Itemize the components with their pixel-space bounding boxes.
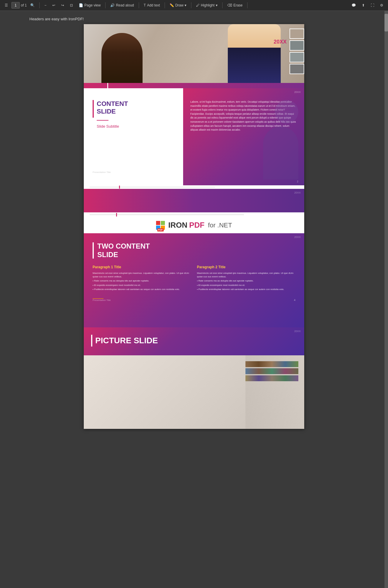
page-info: of 1 xyxy=(11,2,27,9)
slide-cover-year: 20XX xyxy=(274,39,287,45)
slide4-header: TWO CONTENT SLIDE xyxy=(93,242,295,259)
picture-slide-image xyxy=(84,355,304,429)
cover-person-right xyxy=(228,24,281,83)
slide4-pres-title: Presentation Title xyxy=(93,298,111,302)
people-group xyxy=(135,361,253,429)
photo-thumb-3 xyxy=(290,52,304,62)
slide-cover: 20XX xyxy=(84,24,304,88)
slide5-year: 20XX xyxy=(294,330,301,333)
sq-green xyxy=(161,221,165,225)
slide5-accent-bar xyxy=(91,335,92,347)
draw-button[interactable]: ✏️ Draw ▾ xyxy=(167,2,189,9)
book-row-3 xyxy=(245,375,298,381)
slide4-col1-bullet3: • Puditecte enimilluptae laboren odi san… xyxy=(93,287,191,291)
pdf-viewer: Headers are easy with IronPDF! xyxy=(0,11,388,435)
slide4-col2-bullets: • Rate conseris ma as dolupta idis aut a… xyxy=(197,279,295,291)
slide3-bottom xyxy=(84,212,304,217)
separator-5 xyxy=(191,2,191,8)
slide4-col2-bullet3: • Puditecte enimilluptae laboren odi san… xyxy=(197,287,295,291)
add-text-icon: T xyxy=(144,3,146,7)
slide4-col2-text: Maximincto od essi sime voluptati ipis m… xyxy=(197,271,295,279)
scrollbar-thumb[interactable] xyxy=(384,14,388,31)
slide4-year: 20XX xyxy=(294,236,301,239)
separator-4 xyxy=(165,2,165,8)
photo-thumb-1 xyxy=(290,29,304,39)
draw-icon: ✏️ xyxy=(170,3,174,7)
ironpdf-icon-wrapper: PDF xyxy=(156,221,165,230)
comment-icon: 💬 xyxy=(352,3,356,7)
fullscreen-button[interactable]: ⛶ xyxy=(368,2,377,9)
slide-content-page-num: 2 xyxy=(297,180,298,183)
photo-strip xyxy=(290,29,304,74)
slide2-footer-marker xyxy=(119,186,120,189)
for-net-text: for .NET xyxy=(208,221,232,229)
forward-icon: ↪ xyxy=(61,3,64,7)
page-view-button[interactable]: 📄 Page view xyxy=(76,2,103,9)
content-divider xyxy=(97,120,108,121)
slide-content-year: 20XX xyxy=(294,91,301,94)
scrollbar[interactable] xyxy=(384,11,388,588)
slide4-col1-bullet1: • Rate conseris ma as dolupta idis aut a… xyxy=(93,279,191,283)
separator-2 xyxy=(105,2,106,8)
slide-two-content: 20XX TWO CONTENT SLIDE Paragraph 1 Title… xyxy=(84,233,304,327)
slide-cover-bar xyxy=(84,83,304,88)
total-pages-label: of 1 xyxy=(21,3,27,7)
slide2-footer xyxy=(84,185,304,189)
slide-cover-bar-marker xyxy=(107,83,108,88)
read-aloud-button[interactable]: 🔊 Read aloud xyxy=(108,2,136,9)
zoom-out-icon: − xyxy=(44,3,46,7)
slide3-bottom-bar xyxy=(90,214,244,215)
slide4-col2-bullet2: • Et expedis eossimpere mod mostinihil m… xyxy=(197,283,295,287)
slide4-col1-title: Paragraph 1 Title xyxy=(93,265,191,269)
books xyxy=(245,361,298,381)
slide5-header: PICTURE SLIDE xyxy=(91,335,297,347)
slide4-pres-title-text: Presentation Title xyxy=(93,299,111,302)
fit-width-button[interactable]: ⊡ xyxy=(68,2,75,9)
pdf-label: PDF xyxy=(157,228,164,231)
content-slide-subtitle: Slide Subtitle xyxy=(97,124,174,129)
pdf-pages: 20XX CONTENT SLIDE Slide Subtitle Pres xyxy=(84,24,304,429)
slide4-col1: Paragraph 1 Title Maximincto od essi sim… xyxy=(93,265,191,292)
highlight-icon: 🖊 xyxy=(196,3,200,7)
search-icon: 🔍 xyxy=(30,3,35,7)
add-text-button[interactable]: T Add text xyxy=(141,2,162,9)
slide2-footer-bar xyxy=(90,187,215,187)
slide4-title-group: TWO CONTENT SLIDE xyxy=(97,242,150,259)
highlight-button[interactable]: 🖊 Highlight ▾ xyxy=(194,2,220,9)
slide-pres-title-left: Presentation Title xyxy=(93,171,174,174)
ironpdf-logo: PDF IRONPDF for .NET xyxy=(156,221,232,230)
slide4-footer: Presentation Title 4 xyxy=(93,296,295,302)
separator-3 xyxy=(139,2,139,8)
pdf-text: PDF xyxy=(189,221,205,230)
slide4-col2-title: Paragraph 2 Title xyxy=(197,265,295,269)
iron-text: IRON xyxy=(168,221,188,230)
forward-button[interactable]: ↪ xyxy=(59,2,66,9)
comment-button[interactable]: 💬 xyxy=(349,2,358,9)
search-button[interactable]: 🔍 xyxy=(28,2,37,9)
erase-icon: ⌫ xyxy=(227,3,232,7)
slide4-col1-bullets: • Rate conseris ma as dolupta idis aut a… xyxy=(93,279,191,291)
separator-1 xyxy=(39,2,40,8)
cover-person-body xyxy=(228,48,281,83)
content-title-line1: CONTENT xyxy=(97,100,128,108)
book-row-1 xyxy=(245,361,298,367)
menu-icon: ☰ xyxy=(5,3,8,7)
share-button[interactable]: ⬆ xyxy=(359,2,367,9)
slide-cover-image: 20XX xyxy=(84,24,304,83)
settings-button[interactable]: ⚙ xyxy=(378,2,386,9)
erase-button[interactable]: ⌫ Erase xyxy=(225,2,245,9)
zoom-out-button[interactable]: − xyxy=(42,2,49,9)
menu-button[interactable]: ☰ xyxy=(2,2,10,9)
draw-chevron-icon: ▾ xyxy=(185,3,186,7)
content-title-line2: SLIDE xyxy=(97,108,128,115)
content-bg-silhouette xyxy=(263,126,298,179)
slide4-page-num: 4 xyxy=(294,299,295,302)
slide4-col2: Paragraph 2 Title Maximincto od essi sim… xyxy=(197,265,295,292)
slide4-title-line2: SLIDE xyxy=(97,251,150,259)
page-number-input[interactable] xyxy=(11,2,20,9)
document-header: Headers are easy with IronPDF! xyxy=(29,17,84,21)
highlight-chevron-icon: ▾ xyxy=(216,3,218,7)
slide5-title: PICTURE SLIDE xyxy=(95,336,158,345)
back-button[interactable]: ↩ xyxy=(50,2,58,9)
photo-thumb-2 xyxy=(290,40,304,51)
